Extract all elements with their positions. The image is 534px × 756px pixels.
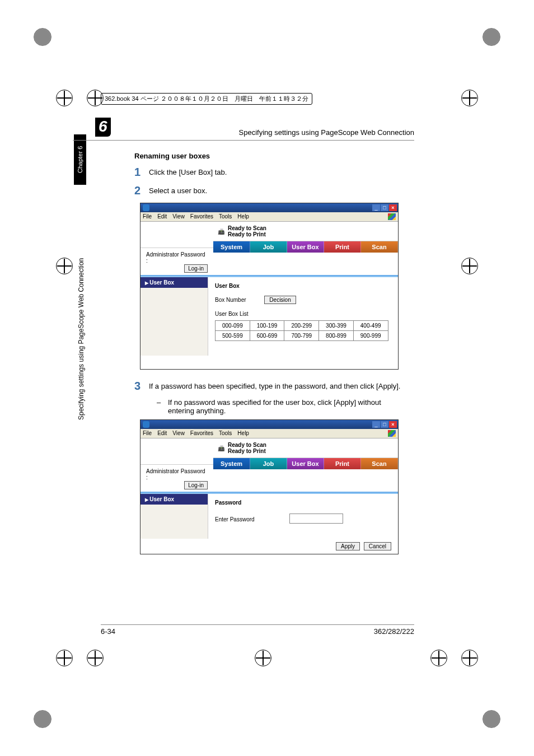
menu-edit[interactable]: Edit — [157, 213, 167, 220]
minimize-button[interactable]: _ — [372, 204, 380, 211]
registration-mark-icon — [461, 650, 478, 666]
sub-bullet-text: If no password was specified for the use… — [168, 398, 409, 415]
range-cell[interactable]: 200-299 — [284, 321, 319, 331]
windows-flag-icon — [388, 430, 396, 437]
ie-logo-icon — [143, 204, 149, 211]
menu-help[interactable]: Help — [237, 213, 249, 220]
user-box-list-title: User Box List — [215, 311, 391, 317]
tab-scan[interactable]: Scan — [361, 241, 398, 253]
menu-view[interactable]: View — [172, 430, 185, 437]
menu-edit[interactable]: Edit — [157, 430, 167, 437]
meta-text: 362.book 34 ページ ２００８年１０月２０日 月曜日 午前１１時３２分 — [105, 95, 308, 103]
minimize-button[interactable]: _ — [372, 421, 380, 428]
page-number: 6-34 — [101, 627, 115, 636]
section-title: Renaming user boxes — [134, 152, 409, 160]
step-text-2: Select a user box. — [149, 186, 207, 195]
windows-flag-icon — [388, 213, 396, 220]
admin-password-label: Administrator Password : — [146, 251, 208, 264]
login-button[interactable]: Log-in — [184, 481, 208, 489]
bullet-dash: – — [157, 398, 168, 415]
range-cell[interactable]: 900-999 — [353, 331, 388, 341]
menu-tools[interactable]: Tools — [219, 213, 232, 220]
step-number-3: 3 — [134, 380, 149, 393]
registration-mark-icon — [430, 650, 447, 666]
scanner-icon: 📠 — [218, 228, 224, 235]
menu-favorites[interactable]: Favorites — [190, 213, 213, 220]
step-text-3: If a password has been specified, type i… — [149, 382, 400, 390]
range-cell[interactable]: 500-599 — [216, 331, 250, 341]
sidebar-item-user-box[interactable]: User Box — [140, 277, 208, 288]
registration-mark-icon — [461, 90, 478, 106]
menu-favorites[interactable]: Favorites — [190, 430, 213, 437]
range-cell[interactable]: 700-799 — [284, 331, 319, 341]
tab-user-box[interactable]: User Box — [287, 458, 324, 469]
crop-mark-icon — [34, 28, 51, 46]
tab-user-box[interactable]: User Box — [287, 241, 324, 253]
tab-job[interactable]: Job — [250, 458, 287, 469]
chapter-number: 6 — [95, 118, 111, 137]
screenshot-password-entry: _ □ × File Edit View Favorites Tools Hel… — [140, 419, 399, 554]
crop-mark-icon — [483, 710, 500, 728]
maximize-button[interactable]: □ — [381, 421, 388, 428]
enter-password-label: Enter Password — [215, 516, 255, 522]
screenshot-user-box-list: _ □ × File Edit View Favorites Tools Hel… — [140, 203, 399, 370]
menu-view[interactable]: View — [172, 213, 185, 220]
crop-mark-icon — [483, 28, 500, 46]
range-cell[interactable]: 600-699 — [250, 331, 284, 341]
registration-mark-icon — [461, 258, 478, 274]
range-cell[interactable]: 300-399 — [319, 321, 354, 331]
sub-bullet: – If no password was specified for the u… — [157, 398, 409, 415]
step-number-1: 1 — [134, 166, 149, 179]
crop-mark-icon — [34, 710, 51, 728]
status-ready-print: Ready to Print — [228, 448, 266, 454]
cancel-button[interactable]: Cancel — [364, 542, 391, 550]
status-ready-scan: Ready to Scan — [228, 442, 266, 448]
sidebar-item-user-box[interactable]: User Box — [140, 494, 208, 505]
range-cell[interactable]: 100-199 — [250, 321, 284, 331]
running-head-title: Specifying settings using PageScope Web … — [239, 128, 414, 137]
menu-file[interactable]: File — [143, 213, 152, 220]
tab-scan[interactable]: Scan — [361, 458, 398, 469]
step-text-1: Click the [User Box] tab. — [149, 168, 227, 176]
registration-mark-icon — [56, 650, 73, 666]
menu-tools[interactable]: Tools — [219, 430, 232, 437]
tab-print[interactable]: Print — [324, 458, 361, 469]
user-box-range-table: 000-099 100-199 200-299 300-399 400-499 … — [215, 320, 388, 341]
apply-button[interactable]: Apply — [336, 542, 360, 550]
admin-password-label: Administrator Password : — [146, 468, 208, 480]
main-title-user-box: User Box — [215, 283, 391, 289]
step-number-2: 2 — [134, 184, 149, 197]
range-cell[interactable]: 000-099 — [216, 321, 250, 331]
main-title-password: Password — [215, 500, 391, 506]
status-ready-print: Ready to Print — [228, 231, 266, 237]
login-button[interactable]: Log-in — [184, 264, 208, 273]
ie-logo-icon — [143, 421, 149, 428]
password-input[interactable] — [289, 514, 343, 524]
range-cell[interactable]: 400-499 — [353, 321, 388, 331]
box-number-label: Box Number — [215, 297, 246, 303]
source-meta-line: 362.book 34 ページ ２００８年１０月２０日 月曜日 午前１１時３２分 — [101, 93, 312, 105]
close-button[interactable]: × — [389, 204, 397, 211]
menu-file[interactable]: File — [143, 430, 152, 437]
doc-model-reference: 362/282/222 — [374, 627, 414, 636]
decision-button[interactable]: Decision — [264, 296, 296, 304]
tab-job[interactable]: Job — [250, 241, 287, 253]
registration-mark-icon — [255, 650, 271, 666]
browser-menubar: File Edit View Favorites Tools Help — [140, 429, 398, 438]
close-button[interactable]: × — [389, 421, 397, 428]
tab-system[interactable]: System — [213, 241, 250, 253]
range-cell[interactable]: 800-899 — [319, 331, 354, 341]
menu-help[interactable]: Help — [237, 430, 249, 437]
registration-mark-icon — [56, 90, 73, 106]
scanner-icon: 📠 — [218, 445, 224, 451]
tab-system[interactable]: System — [213, 458, 250, 469]
maximize-button[interactable]: □ — [381, 204, 388, 211]
registration-mark-icon — [87, 650, 104, 666]
status-ready-scan: Ready to Scan — [228, 225, 266, 231]
browser-menubar: File Edit View Favorites Tools Help — [140, 212, 398, 222]
tab-print[interactable]: Print — [324, 241, 361, 253]
registration-mark-icon — [56, 258, 73, 274]
